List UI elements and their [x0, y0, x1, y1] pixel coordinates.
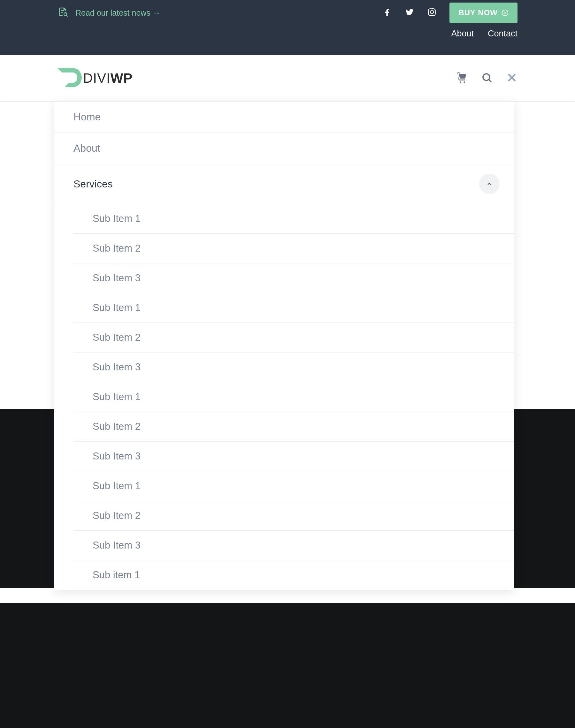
menu-item-about[interactable]: About — [54, 133, 514, 164]
logo-mark-icon — [58, 68, 82, 88]
submenu-item[interactable]: Sub Item 3 — [73, 263, 514, 293]
facebook-icon[interactable] — [382, 7, 392, 18]
submenu-item[interactable]: Sub Item 1 — [73, 471, 514, 501]
submenu-item[interactable]: Sub Item 1 — [73, 382, 514, 412]
services-submenu: Sub Item 1Sub Item 2Sub Item 3Sub Item 1… — [54, 204, 514, 590]
menu-item-label: Services — [73, 178, 113, 190]
dark-background-strip — [0, 603, 575, 728]
svg-point-1 — [483, 74, 490, 80]
cart-icon[interactable] — [456, 72, 468, 85]
mobile-menu-panel: Home About Services Sub Item 1Sub Item 2… — [54, 102, 514, 590]
submenu-item[interactable]: Sub Item 3 — [73, 442, 514, 471]
buy-now-label: BUY NOW — [459, 8, 498, 17]
news-link[interactable]: Read our latest news → — [58, 7, 161, 19]
nav-contact[interactable]: Contact — [488, 29, 517, 39]
submenu-item[interactable]: Sub Item 3 — [73, 531, 514, 560]
submenu-item[interactable]: Sub Item 1 — [73, 293, 514, 323]
submenu-item[interactable]: Sub Item 2 — [73, 234, 514, 263]
instagram-icon[interactable] — [427, 7, 437, 18]
submenu-item[interactable]: Sub Item 2 — [73, 501, 514, 531]
submenu-item[interactable]: Sub Item 1 — [73, 204, 514, 234]
submenu-item[interactable]: Sub Item 3 — [73, 353, 514, 382]
buy-now-button[interactable]: BUY NOW — [449, 3, 517, 23]
chevron-right-circle-icon — [502, 9, 509, 16]
header-bar: DIVIWP — [0, 55, 575, 102]
secondary-nav: About Contact — [51, 26, 524, 48]
search-icon[interactable] — [481, 72, 493, 85]
close-icon[interactable] — [506, 72, 517, 85]
submenu-item[interactable]: Sub Item 2 — [73, 412, 514, 442]
submenu-item[interactable]: Sub Item 2 — [73, 323, 514, 353]
chevron-up-icon — [486, 181, 493, 187]
logo[interactable]: DIVIWP — [58, 68, 133, 88]
document-search-icon — [58, 7, 68, 19]
top-bar: Read our latest news → BUY NOW About Co — [0, 0, 575, 55]
news-link-text: Read our latest news → — [75, 8, 161, 17]
logo-text: DIVIWP — [83, 71, 133, 86]
menu-item-home[interactable]: Home — [54, 102, 514, 133]
twitter-icon[interactable] — [405, 7, 414, 18]
collapse-toggle[interactable] — [479, 174, 500, 194]
menu-item-services[interactable]: Services — [54, 164, 514, 204]
submenu-item[interactable]: Sub item 1 — [73, 560, 514, 590]
svg-point-0 — [502, 10, 508, 16]
nav-about[interactable]: About — [451, 29, 474, 39]
